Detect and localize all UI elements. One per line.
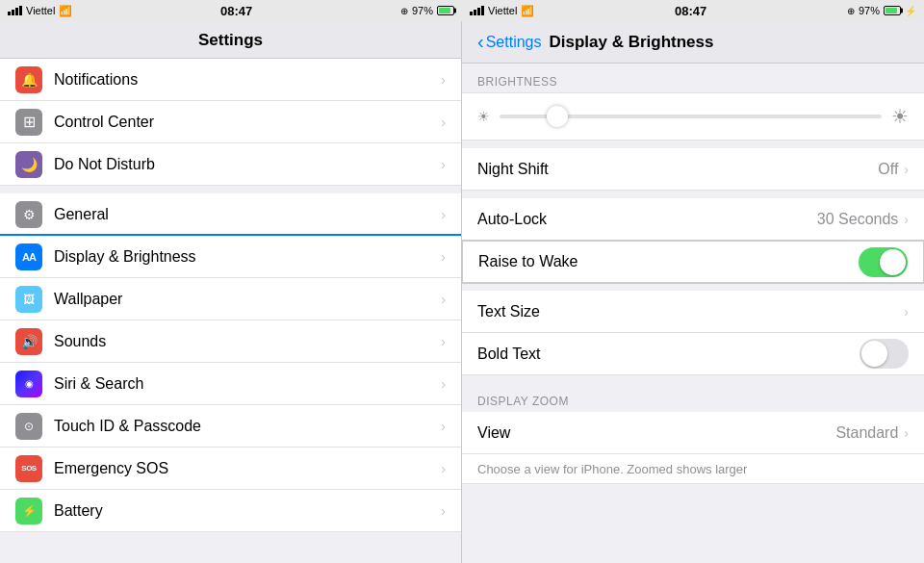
control-center-label: Control Center bbox=[54, 114, 441, 131]
bold-text-toggle[interactable] bbox=[860, 339, 909, 369]
brightness-section-header: BRIGHTNESS bbox=[462, 64, 924, 92]
right-status-bar: Viettel 📶 08:47 ⊕ 97% ⚡ bbox=[462, 0, 924, 21]
sounds-label: Sounds bbox=[54, 333, 441, 350]
night-shift-row[interactable]: Night Shift Off › bbox=[462, 148, 924, 191]
left-time: 08:47 bbox=[220, 4, 252, 18]
control-center-chevron-icon: › bbox=[441, 115, 446, 130]
sidebar-item-control-center[interactable]: ⊞ Control Center › bbox=[0, 101, 461, 143]
right-wifi-icon: 📶 bbox=[521, 5, 534, 17]
notifications-label: Notifications bbox=[54, 71, 441, 89]
text-size-chevron-icon: › bbox=[904, 304, 909, 320]
right-panel-title: Display & Brightness bbox=[549, 33, 713, 52]
sidebar-item-touch-id-passcode[interactable]: ⊙ Touch ID & Passcode › bbox=[0, 405, 461, 448]
battery-list-icon: ⚡ bbox=[15, 498, 42, 525]
right-status-right: ⊕ 97% ⚡ bbox=[847, 5, 916, 16]
raise-to-wake-label: Raise to Wake bbox=[478, 253, 859, 270]
brightness-min-icon: ☀ bbox=[477, 109, 490, 124]
auto-lock-value: 30 Seconds bbox=[817, 211, 899, 228]
left-signal-icon bbox=[8, 6, 22, 15]
settings-group-1: 🔔 Notifications › ⊞ Control Center › 🌙 D… bbox=[0, 59, 461, 186]
left-panel: Settings 🔔 Notifications › ⊞ Control Cen… bbox=[0, 21, 462, 563]
view-label: View bbox=[477, 424, 835, 442]
raise-to-wake-row[interactable]: Raise to Wake bbox=[462, 241, 924, 283]
notifications-chevron-icon: › bbox=[441, 72, 446, 88]
right-charging-icon: ⚡ bbox=[905, 6, 916, 16]
left-wifi-icon: 📶 bbox=[59, 5, 72, 17]
gap-2 bbox=[462, 191, 924, 198]
display-brightness-icon: AA bbox=[15, 243, 42, 270]
emergency-sos-label: Emergency SOS bbox=[54, 460, 441, 477]
text-size-row[interactable]: Text Size › bbox=[462, 291, 924, 333]
notifications-icon: 🔔 bbox=[15, 66, 42, 93]
view-description-row: Choose a view for iPhone. Zoomed shows l… bbox=[462, 454, 924, 484]
brightness-thumb[interactable] bbox=[547, 106, 568, 127]
do-not-disturb-icon: 🌙 bbox=[15, 151, 42, 178]
status-bars: Viettel 📶 08:47 ⊕ 97% Viettel 📶 08:47 bbox=[0, 0, 924, 21]
sidebar-item-siri-search[interactable]: ◉ Siri & Search › bbox=[0, 363, 461, 405]
auto-lock-label: Auto-Lock bbox=[477, 211, 817, 228]
night-shift-label: Night Shift bbox=[477, 161, 878, 178]
emergency-sos-chevron-icon: › bbox=[441, 461, 446, 476]
brightness-slider[interactable] bbox=[500, 115, 882, 118]
panels: Settings 🔔 Notifications › ⊞ Control Cen… bbox=[0, 21, 924, 563]
siri-search-chevron-icon: › bbox=[441, 376, 446, 392]
touch-id-chevron-icon: › bbox=[441, 419, 446, 434]
left-carrier: Viettel bbox=[26, 5, 55, 16]
wallpaper-label: Wallpaper bbox=[54, 291, 441, 308]
battery-chevron-icon: › bbox=[441, 503, 446, 519]
auto-lock-chevron-icon: › bbox=[904, 212, 909, 227]
night-shift-value: Off bbox=[878, 161, 898, 178]
sidebar-item-general[interactable]: ⚙ General › bbox=[0, 193, 461, 236]
sounds-icon: 🔊 bbox=[15, 328, 42, 355]
control-center-icon: ⊞ bbox=[15, 109, 42, 136]
general-label: General bbox=[54, 206, 441, 223]
left-status-left: Viettel 📶 bbox=[8, 5, 72, 17]
brightness-max-icon: ☀ bbox=[891, 105, 909, 128]
sidebar-item-wallpaper[interactable]: 🖼 Wallpaper › bbox=[0, 278, 461, 320]
auto-lock-row[interactable]: Auto-Lock 30 Seconds › bbox=[462, 198, 924, 241]
brightness-slider-row[interactable]: ☀ ☀ bbox=[462, 92, 924, 141]
do-not-disturb-label: Do Not Disturb bbox=[54, 156, 441, 173]
settings-group-2: ⚙ General › AA Display & Brightness › 🖼 … bbox=[0, 193, 461, 532]
battery-label: Battery bbox=[54, 502, 441, 520]
left-battery-icon bbox=[437, 6, 454, 15]
gap-1 bbox=[462, 141, 924, 148]
bold-text-row[interactable]: Bold Text bbox=[462, 333, 924, 375]
right-battery-pct: 97% bbox=[859, 5, 880, 16]
back-chevron-icon: ‹ bbox=[477, 31, 484, 53]
sidebar-item-sounds[interactable]: 🔊 Sounds › bbox=[0, 320, 461, 363]
view-value: Standard bbox=[835, 424, 898, 442]
display-brightness-label: Display & Brightness bbox=[54, 248, 441, 266]
view-chevron-icon: › bbox=[904, 425, 909, 441]
left-location-icon: ⊕ bbox=[400, 6, 408, 16]
display-brightness-chevron-icon: › bbox=[441, 249, 446, 265]
display-zoom-header: DISPLAY ZOOM bbox=[462, 383, 924, 412]
sidebar-item-battery[interactable]: ⚡ Battery › bbox=[0, 490, 461, 532]
right-battery-icon bbox=[884, 6, 901, 15]
right-status-left: Viettel 📶 bbox=[470, 5, 534, 17]
sidebar-item-display-brightness[interactable]: AA Display & Brightness › bbox=[0, 236, 461, 278]
touch-id-passcode-label: Touch ID & Passcode bbox=[54, 418, 441, 435]
right-content: BRIGHTNESS ☀ ☀ Night Shift Off › Auto-Lo… bbox=[462, 64, 924, 563]
siri-search-label: Siri & Search bbox=[54, 375, 441, 393]
sidebar-item-emergency-sos[interactable]: SOS Emergency SOS › bbox=[0, 448, 461, 490]
gap-3 bbox=[462, 283, 924, 291]
gap-4 bbox=[462, 375, 924, 383]
general-chevron-icon: › bbox=[441, 207, 446, 222]
right-location-icon: ⊕ bbox=[847, 6, 855, 16]
view-row[interactable]: View Standard › bbox=[462, 412, 924, 454]
siri-icon: ◉ bbox=[15, 371, 42, 397]
raise-to-wake-toggle[interactable] bbox=[859, 247, 908, 277]
view-description: Choose a view for iPhone. Zoomed shows l… bbox=[477, 462, 747, 476]
bold-text-label: Bold Text bbox=[477, 345, 860, 363]
sidebar-item-notifications[interactable]: 🔔 Notifications › bbox=[0, 59, 461, 101]
night-shift-chevron-icon: › bbox=[904, 162, 909, 177]
settings-list: 🔔 Notifications › ⊞ Control Center › 🌙 D… bbox=[0, 59, 461, 563]
general-icon: ⚙ bbox=[15, 201, 42, 228]
right-panel: ‹ Settings Display & Brightness BRIGHTNE… bbox=[462, 21, 924, 563]
back-button[interactable]: ‹ Settings bbox=[477, 31, 541, 53]
bold-toggle-knob bbox=[861, 341, 887, 367]
sidebar-item-do-not-disturb[interactable]: 🌙 Do Not Disturb › bbox=[0, 143, 461, 186]
right-carrier: Viettel bbox=[488, 5, 517, 16]
right-time: 08:47 bbox=[675, 4, 706, 18]
